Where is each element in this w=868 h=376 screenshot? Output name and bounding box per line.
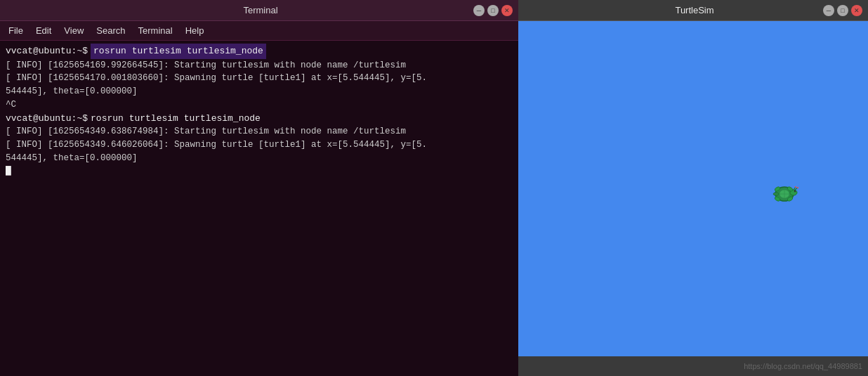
menu-edit[interactable]: Edit <box>30 24 57 37</box>
ctrl-c-line: ^C <box>6 98 513 112</box>
info-line-1: [ INFO] [1625654169.992664545]: Starting… <box>6 59 513 72</box>
terminal-maximize-button[interactable]: □ <box>487 5 499 16</box>
terminal-window-controls: ─ □ ✕ <box>473 5 513 16</box>
turtlesim-footer: https://blog.csdn.net/qq_44989881 <box>518 356 868 376</box>
turtlesim-window-controls: ─ □ ✕ <box>823 5 862 16</box>
menu-help[interactable]: Help <box>180 24 210 37</box>
info-line-4: [ INFO] [1625654349.646026064]: Spawning… <box>6 138 513 152</box>
menu-view[interactable]: View <box>58 24 89 37</box>
turtlesim-window: TurtleSim ─ □ ✕ <box>518 0 868 376</box>
svg-point-15 <box>797 187 798 188</box>
cursor-line: █ <box>6 164 513 179</box>
info-line-4b: 544445], theta=[0.000000] <box>6 152 513 165</box>
menu-file[interactable]: File <box>3 24 29 37</box>
command-input-1: rosrun turtlesim turtlesim_node <box>91 44 266 59</box>
turtlesim-maximize-button[interactable]: □ <box>837 5 848 16</box>
command-line-1: vvcat@ubuntu:~$ rosrun turtlesim turtles… <box>6 44 513 59</box>
command-line-2: vvcat@ubuntu:~$ rosrun turtlesim turtles… <box>6 112 513 126</box>
svg-point-6 <box>795 190 796 191</box>
turtlesim-title: TurtleSim <box>566 5 823 15</box>
info-line-3: [ INFO] [1625654349.638674984]: Starting… <box>6 125 513 138</box>
prompt-2: vvcat@ubuntu:~$ <box>6 112 88 126</box>
menu-terminal[interactable]: Terminal <box>133 24 178 37</box>
terminal-close-button[interactable]: ✕ <box>501 5 513 16</box>
footer-url: https://blog.csdn.net/qq_44989881 <box>744 362 862 370</box>
terminal-window: Terminal ─ □ ✕ File Edit View Search Ter… <box>0 0 518 376</box>
turtlesim-canvas <box>518 21 868 356</box>
info-line-2: [ INFO] [1625654170.001803660]: Spawning… <box>6 72 513 85</box>
turtlesim-minimize-button[interactable]: ─ <box>823 5 834 16</box>
svg-point-11 <box>773 193 779 195</box>
terminal-cursor: █ <box>6 166 11 176</box>
turtlesim-titlebar: TurtleSim ─ □ ✕ <box>518 0 868 21</box>
info-line-2b: 544445], theta=[0.000000] <box>6 85 513 98</box>
terminal-titlebar: Terminal ─ □ ✕ <box>0 0 518 21</box>
svg-point-14 <box>795 186 796 188</box>
terminal-title: Terminal <box>48 5 473 15</box>
menu-search[interactable]: Search <box>91 24 131 37</box>
terminal-menubar: File Edit View Search Terminal Help <box>0 21 518 41</box>
terminal-minimize-button[interactable]: ─ <box>473 5 485 16</box>
prompt-1: vvcat@ubuntu:~$ <box>6 44 88 58</box>
turtlesim-close-button[interactable]: ✕ <box>851 5 862 16</box>
command-text-2: rosrun turtlesim turtlesim_node <box>91 112 261 126</box>
turtle-sprite <box>770 182 796 203</box>
terminal-body[interactable]: vvcat@ubuntu:~$ rosrun turtlesim turtles… <box>0 41 518 376</box>
